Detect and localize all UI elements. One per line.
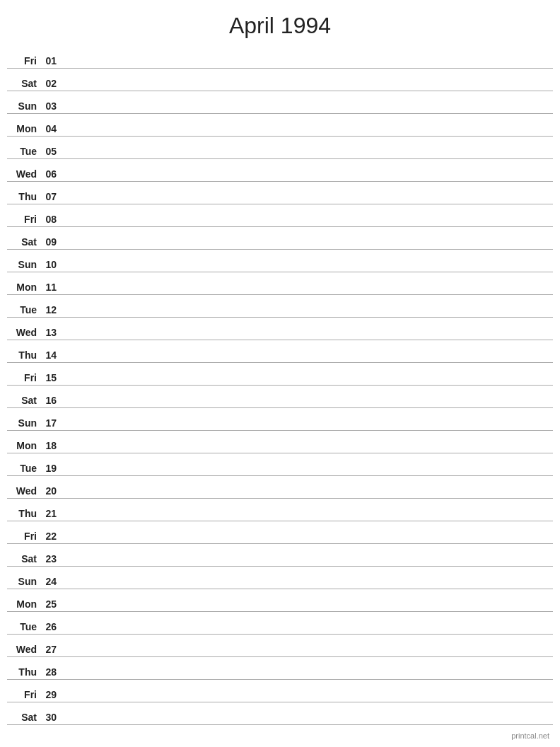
day-row: Fri01 xyxy=(7,46,553,69)
day-number: 27 xyxy=(41,644,62,655)
day-row: Wed20 xyxy=(7,476,553,499)
day-name: Tue xyxy=(7,146,41,157)
day-number: 29 xyxy=(41,689,62,700)
day-name: Sun xyxy=(7,100,41,112)
day-name: Fri xyxy=(7,531,41,542)
day-name: Fri xyxy=(7,689,41,700)
day-row: Mon11 xyxy=(7,272,553,295)
day-number: 15 xyxy=(41,372,62,383)
day-row: Sat09 xyxy=(7,227,553,250)
day-row: Sun17 xyxy=(7,408,553,431)
day-name: Sat xyxy=(7,395,41,406)
day-number: 18 xyxy=(41,440,62,451)
day-number: 09 xyxy=(41,236,62,248)
day-name: Wed xyxy=(7,644,41,655)
day-row: Sat23 xyxy=(7,544,553,567)
day-name: Thu xyxy=(7,349,41,361)
day-row: Fri15 xyxy=(7,363,553,386)
day-row: Tue26 xyxy=(7,612,553,635)
day-number: 07 xyxy=(41,191,62,202)
day-name: Tue xyxy=(7,621,41,632)
day-row: Tue12 xyxy=(7,295,553,318)
day-number: 12 xyxy=(41,304,62,315)
day-name: Wed xyxy=(7,327,41,338)
day-number: 16 xyxy=(41,395,62,406)
day-number: 10 xyxy=(41,259,62,270)
day-row: Mon25 xyxy=(7,589,553,612)
day-row: Sat02 xyxy=(7,69,553,91)
day-name: Mon xyxy=(7,123,41,134)
day-name: Sun xyxy=(7,259,41,270)
day-name: Sat xyxy=(7,712,41,723)
day-name: Mon xyxy=(7,440,41,451)
page-title: April 1994 xyxy=(0,0,560,46)
day-row: Thu07 xyxy=(7,182,553,204)
footer-text: printcal.net xyxy=(511,731,549,740)
day-name: Sun xyxy=(7,417,41,429)
day-number: 20 xyxy=(41,485,62,497)
day-number: 30 xyxy=(41,712,62,723)
day-number: 08 xyxy=(41,214,62,225)
day-name: Sat xyxy=(7,78,41,89)
day-number: 24 xyxy=(41,576,62,587)
day-name: Sat xyxy=(7,236,41,248)
day-name: Sun xyxy=(7,576,41,587)
day-number: 26 xyxy=(41,621,62,632)
day-name: Fri xyxy=(7,372,41,383)
day-number: 06 xyxy=(41,168,62,180)
day-row: Sun24 xyxy=(7,567,553,589)
day-number: 17 xyxy=(41,417,62,429)
day-number: 03 xyxy=(41,100,62,112)
day-number: 13 xyxy=(41,327,62,338)
calendar-grid: Fri01Sat02Sun03Mon04Tue05Wed06Thu07Fri08… xyxy=(0,46,560,725)
day-name: Tue xyxy=(7,304,41,315)
day-row: Tue05 xyxy=(7,137,553,159)
day-row: Mon04 xyxy=(7,114,553,137)
day-number: 11 xyxy=(41,282,62,293)
day-number: 23 xyxy=(41,553,62,564)
day-number: 04 xyxy=(41,123,62,134)
day-row: Sun10 xyxy=(7,250,553,272)
day-name: Thu xyxy=(7,666,41,678)
day-name: Fri xyxy=(7,214,41,225)
day-row: Thu28 xyxy=(7,657,553,680)
day-row: Tue19 xyxy=(7,453,553,476)
day-row: Wed06 xyxy=(7,159,553,182)
day-number: 19 xyxy=(41,463,62,474)
day-row: Mon18 xyxy=(7,431,553,453)
day-number: 22 xyxy=(41,531,62,542)
day-row: Wed27 xyxy=(7,635,553,657)
day-row: Sat30 xyxy=(7,702,553,725)
day-name: Mon xyxy=(7,598,41,610)
day-row: Wed13 xyxy=(7,318,553,340)
day-name: Wed xyxy=(7,485,41,497)
day-name: Thu xyxy=(7,508,41,519)
day-number: 14 xyxy=(41,349,62,361)
day-name: Sat xyxy=(7,553,41,564)
day-name: Mon xyxy=(7,282,41,293)
day-number: 28 xyxy=(41,666,62,678)
day-row: Sat16 xyxy=(7,386,553,408)
day-row: Fri08 xyxy=(7,204,553,227)
day-row: Sun03 xyxy=(7,91,553,114)
day-row: Thu14 xyxy=(7,340,553,363)
day-row: Thu21 xyxy=(7,499,553,521)
day-name: Thu xyxy=(7,191,41,202)
day-number: 02 xyxy=(41,78,62,89)
day-name: Fri xyxy=(7,55,41,66)
day-number: 25 xyxy=(41,598,62,610)
day-name: Tue xyxy=(7,463,41,474)
day-number: 05 xyxy=(41,146,62,157)
day-row: Fri22 xyxy=(7,521,553,544)
day-row: Fri29 xyxy=(7,680,553,702)
day-name: Wed xyxy=(7,168,41,180)
day-number: 21 xyxy=(41,508,62,519)
day-number: 01 xyxy=(41,55,62,66)
